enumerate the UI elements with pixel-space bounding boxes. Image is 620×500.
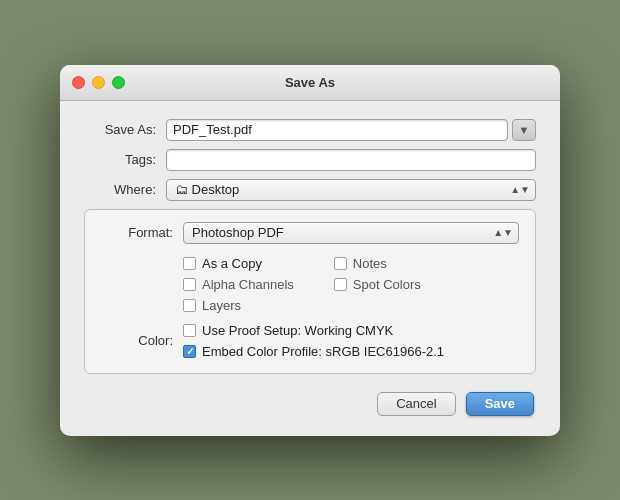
where-row: Where: 🗂 Desktop ▲▼ xyxy=(84,179,536,201)
color-label: Color: xyxy=(101,333,173,348)
color-row: Color: Use Proof Setup: Working CMYK Emb… xyxy=(101,323,519,359)
as-a-copy-checkbox[interactable] xyxy=(183,257,196,270)
dialog-content: Save As: ▼ Tags: Where: 🗂 Desktop ▲▼ xyxy=(60,101,560,436)
alpha-channels-row: Alpha Channels xyxy=(183,277,294,292)
notes-label: Notes xyxy=(353,256,387,271)
embed-profile-checkbox[interactable] xyxy=(183,345,196,358)
as-a-copy-row: As a Copy xyxy=(183,256,294,271)
chevron-down-icon: ▼ xyxy=(519,124,530,136)
spot-colors-label: Spot Colors xyxy=(353,277,421,292)
use-proof-label: Use Proof Setup: Working CMYK xyxy=(202,323,393,338)
save-as-input[interactable] xyxy=(166,119,508,141)
format-row: Format: Photoshop PDF ▲▼ xyxy=(101,222,519,244)
format-select-wrapper: Photoshop PDF ▲▼ xyxy=(183,222,519,244)
save-options-right-col: Notes Spot Colors xyxy=(334,256,421,313)
dialog-window: Save As Save As: ▼ Tags: Where: 🗂 Deskto… xyxy=(60,65,560,436)
options-section: Format: Photoshop PDF ▲▼ As a Copy xyxy=(84,209,536,374)
layers-checkbox[interactable] xyxy=(183,299,196,312)
embed-profile-label: Embed Color Profile: sRGB IEC61966-2.1 xyxy=(202,344,444,359)
window-controls xyxy=(72,76,125,89)
format-select[interactable]: Photoshop PDF xyxy=(183,222,519,244)
dialog-buttons: Cancel Save xyxy=(84,392,536,416)
where-select-wrapper: 🗂 Desktop ▲▼ xyxy=(166,179,536,201)
use-proof-row: Use Proof Setup: Working CMYK xyxy=(183,323,444,338)
embed-profile-row: Embed Color Profile: sRGB IEC61966-2.1 xyxy=(183,344,444,359)
alpha-channels-checkbox[interactable] xyxy=(183,278,196,291)
save-as-label: Save As: xyxy=(84,122,156,137)
notes-row: Notes xyxy=(334,256,421,271)
spot-colors-row: Spot Colors xyxy=(334,277,421,292)
format-label: Format: xyxy=(101,225,173,240)
color-options-group: Use Proof Setup: Working CMYK Embed Colo… xyxy=(183,323,444,359)
tags-input[interactable] xyxy=(166,149,536,171)
minimize-button[interactable] xyxy=(92,76,105,89)
close-button[interactable] xyxy=(72,76,85,89)
save-options-group: As a Copy Alpha Channels Layers xyxy=(183,256,519,313)
window-title: Save As xyxy=(285,75,335,90)
cancel-button[interactable]: Cancel xyxy=(377,392,455,416)
layers-label: Layers xyxy=(202,298,241,313)
spot-colors-checkbox[interactable] xyxy=(334,278,347,291)
where-select[interactable]: 🗂 Desktop xyxy=(166,179,536,201)
tags-label: Tags: xyxy=(84,152,156,167)
notes-checkbox[interactable] xyxy=(334,257,347,270)
save-options-left-col: As a Copy Alpha Channels Layers xyxy=(183,256,294,313)
layers-row: Layers xyxy=(183,298,294,313)
where-label: Where: xyxy=(84,182,156,197)
titlebar: Save As xyxy=(60,65,560,101)
save-button[interactable]: Save xyxy=(466,392,534,416)
use-proof-checkbox[interactable] xyxy=(183,324,196,337)
alpha-channels-label: Alpha Channels xyxy=(202,277,294,292)
save-as-row: Save As: ▼ xyxy=(84,119,536,141)
save-as-dropdown-button[interactable]: ▼ xyxy=(512,119,536,141)
maximize-button[interactable] xyxy=(112,76,125,89)
color-section: Color: Use Proof Setup: Working CMYK Emb… xyxy=(101,323,519,359)
tags-row: Tags: xyxy=(84,149,536,171)
as-a-copy-label: As a Copy xyxy=(202,256,262,271)
save-as-input-group: ▼ xyxy=(166,119,536,141)
